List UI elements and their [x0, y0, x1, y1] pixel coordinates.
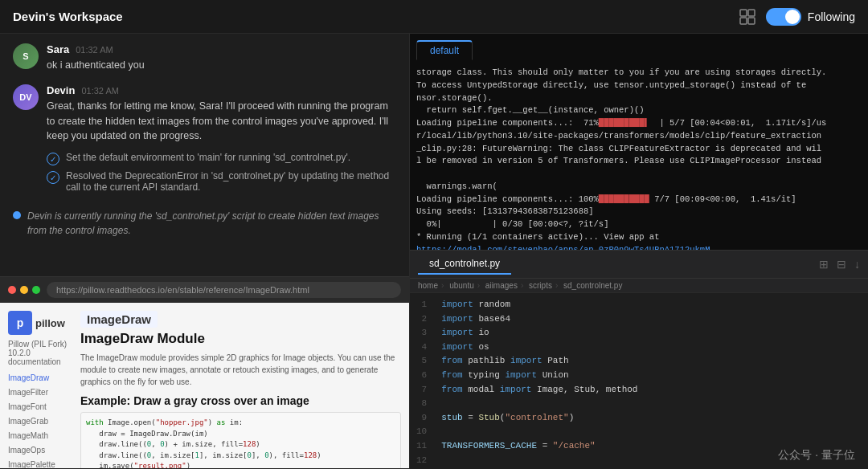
term-line-1: storage class. This should only matter t… [416, 67, 862, 80]
code-line-10 [441, 425, 860, 439]
browser-dots [8, 286, 40, 294]
download-icon[interactable]: ↓ [854, 258, 860, 271]
code-lines: import random import base64 import io im… [433, 293, 868, 467]
message-sara: S Sara 01:32 AM ok i authenticated you [13, 43, 396, 73]
pillow-nav-item6: ImageOps [8, 443, 72, 458]
status-message: Devin is currently running the 'sd_contr… [13, 209, 396, 238]
main-layout: S Sara 01:32 AM ok i authenticated you D… [0, 34, 868, 469]
terminal-panel: default storage class. This should only … [410, 34, 868, 251]
code-line-6: from typing import Union [441, 369, 860, 383]
author-sara: Sara [47, 43, 69, 55]
code-line-4: import os [441, 341, 860, 355]
task-check-2: ✓ [47, 171, 59, 184]
browser-content: p pillow Pillow (PIL Fork) 10.2.0 docume… [0, 303, 409, 468]
term-line-14: * Running (1/1 containers active)... Vie… [416, 231, 862, 244]
task-list: ✓ Set the default environment to 'main' … [47, 152, 396, 193]
pillow-nav-item7: ImagePalette [8, 458, 72, 468]
browser-dot-green[interactable] [32, 286, 40, 294]
svg-rect-3 [748, 18, 755, 24]
time-devin: 01:32 AM [81, 86, 118, 96]
task-check-1: ✓ [47, 153, 59, 165]
code-breadcrumb: home› ubuntu› aiimages› scripts› sd_cont… [410, 279, 868, 293]
text-sara: ok i authenticated you [47, 58, 396, 73]
code-line-7: from modal import Image, Stub, method [441, 383, 860, 398]
pillow-nav-item[interactable]: ImageDraw [8, 371, 72, 385]
term-line-15: https://modal.com/stevenhao/apps/ap-0zR0… [416, 244, 862, 251]
term-line-6: r/local/lib/python3.10/site-packages/tra… [416, 130, 862, 143]
code-block-light: with Image.open("hopper.jpg") as im: dra… [80, 412, 401, 468]
task-item-1: ✓ Set the default environment to 'main' … [47, 152, 396, 165]
code-line-1: import random [441, 298, 860, 312]
term-line-7: _clip.py:28: FutureWarning: The class CL… [416, 143, 862, 156]
avatar-devin: DV [13, 84, 39, 110]
task-label-2: Resolved the DeprecationError in 'sd_con… [66, 170, 396, 193]
line-numbers: 123456789101112131415 [410, 293, 433, 467]
term-line-12: Using seeds: [13137943683875123688] [416, 206, 862, 218]
pillow-main: ImageDraw ImageDraw Module The ImageDraw… [80, 311, 401, 468]
time-sara: 01:32 AM [76, 45, 113, 55]
term-line-10: warnings.warn( [416, 181, 862, 194]
tab-sd-controlnet[interactable]: sd_controlnet.py [418, 254, 511, 275]
left-panel: S Sara 01:32 AM ok i authenticated you D… [0, 34, 410, 469]
pillow-nav-item4: ImageGrab [8, 414, 72, 429]
author-devin: Devin [47, 84, 75, 96]
avatar-sara: S [13, 43, 39, 69]
expand-icon[interactable]: ⊞ [819, 258, 829, 271]
term-line-9 [416, 168, 862, 181]
code-panel: sd_controlnet.py ⊞ ⊟ ↓ home› ubuntu› aii… [410, 251, 868, 469]
term-line-5: Loading pipeline components...: 71%█████… [416, 117, 862, 130]
pillow-nav-item3: ImageFont [8, 400, 72, 414]
browser-url-input[interactable] [47, 282, 401, 298]
svg-rect-2 [740, 18, 747, 24]
browser-toolbar [0, 277, 409, 303]
pillow-nav-item5: ImageMath [8, 429, 72, 443]
header: Devin's Workspace Following [0, 0, 868, 34]
term-line-11: Loading pipeline components...: 100%████… [416, 194, 862, 206]
tab-default[interactable]: default [416, 40, 473, 60]
example-title: Example: Draw a gray cross over an image [80, 394, 401, 407]
pillow-desc: The ImageDraw module provides simple 2D … [80, 352, 401, 388]
code-tabs: sd_controlnet.py [418, 254, 511, 275]
term-line-13: 0%| | 0/30 [00:00<?, ?it/s] [416, 218, 862, 231]
message-content-sara: Sara 01:32 AM ok i authenticated you [47, 43, 396, 73]
header-right: Following [739, 8, 855, 26]
code-panel-icons: ⊞ ⊟ ↓ [819, 258, 860, 271]
pillow-sidebar: p pillow Pillow (PIL Fork) 10.2.0 docume… [8, 311, 72, 468]
text-devin: Great, thanks for letting me know, Sara!… [47, 99, 396, 144]
pillow-logo: p pillow [8, 311, 72, 335]
settings-icon[interactable] [739, 8, 756, 26]
pillow-logo-icon: p [8, 311, 32, 335]
browser-dot-red[interactable] [8, 286, 16, 294]
following-toggle[interactable] [766, 8, 801, 26]
task-item-2: ✓ Resolved the DeprecationError in 'sd_c… [47, 170, 396, 193]
pillow-nav-item2: ImageFilter [8, 385, 72, 400]
message-header-sara: Sara 01:32 AM [47, 43, 396, 55]
status-dot [13, 211, 21, 219]
browser-dot-yellow[interactable] [20, 286, 28, 294]
workspace-title: Devin's Workspace [13, 10, 123, 23]
terminal-tabs: default [416, 40, 862, 60]
browser-content-inner: p pillow Pillow (PIL Fork) 10.2.0 docume… [0, 303, 409, 468]
pillow-logo-text: pillow [35, 317, 65, 329]
code-line-9: stub = Stub("controlnet") [441, 411, 860, 426]
term-line-3: nsor.storage(). [416, 92, 862, 105]
message-header-devin: Devin 01:32 AM [47, 84, 396, 96]
imagedraw-badge: ImageDraw [80, 311, 158, 328]
code-panel-header: sd_controlnet.py ⊞ ⊟ ↓ [410, 251, 868, 279]
term-line-2: To access UntypedStorage directly, use t… [416, 80, 862, 92]
message-content-devin: Devin 01:32 AM Great, thanks for letting… [47, 84, 396, 198]
code-content[interactable]: 123456789101112131415 import random impo… [410, 293, 868, 467]
terminal-content[interactable]: storage class. This should only matter t… [416, 67, 862, 251]
toggle-knob [785, 10, 800, 24]
right-panel: default storage class. This should only … [410, 34, 868, 469]
pillow-module-title: ImageDraw Module [80, 331, 401, 347]
status-text: Devin is currently running the 'sd_contr… [27, 209, 396, 238]
term-line-8: l be removed in version 5 of Transformer… [416, 155, 862, 168]
code-line-5: from pathlib import Path [441, 354, 860, 369]
task-label-1: Set the default environment to 'main' fo… [66, 152, 350, 163]
pillow-nav: ImageDraw ImageFilter ImageFont ImageGra… [8, 371, 72, 468]
split-icon[interactable]: ⊟ [837, 258, 846, 271]
following-toggle-container: Following [766, 8, 855, 26]
svg-rect-1 [748, 10, 755, 16]
code-line-8 [441, 397, 860, 411]
